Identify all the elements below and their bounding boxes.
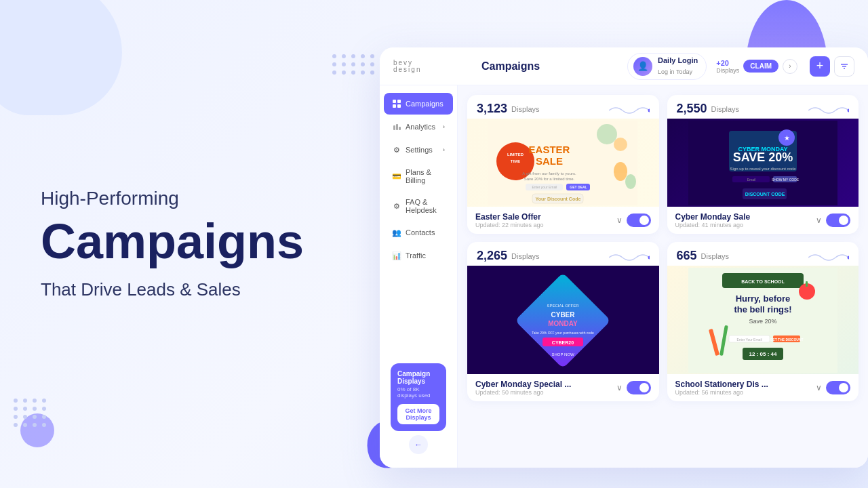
app-logo: bevy design [393,60,461,73]
hero-tagline: That Drive Leads & Sales [41,279,332,300]
campaign-card-school: 665 Displays BACK TO SCHOOL Hurry, be [667,242,859,401]
page-title: Campaigns [481,60,627,73]
cyber-sale-displays-text: Displays [711,105,740,113]
traffic-icon: 📊 [392,251,401,260]
svg-text:GET THE DISCOUNT: GET THE DISCOUNT [770,338,803,342]
svg-rect-4 [397,100,401,103]
contacts-icon: 👥 [392,228,401,237]
campaign-card-easter: 3,123 Displays [467,95,659,234]
cyber-special-chevron[interactable]: ∨ [616,383,623,392]
svg-text:TIME: TIME [511,159,520,163]
get-more-displays-button[interactable]: Get More Displays [397,404,439,424]
svg-text:SHOP NOW: SHOP NOW [552,352,575,357]
easter-card-updated: Updated: 22 minutes ago [475,222,616,228]
next-button[interactable]: › [783,59,797,74]
svg-point-27 [614,162,627,181]
svg-rect-7 [393,125,395,130]
card-header-cyber-special: 2,265 Displays [467,242,659,266]
svg-text:Your Discount Code: Your Discount Code [536,197,581,201]
cyber-special-name: Cyber Monday Special ... [475,380,616,389]
svg-rect-8 [396,124,398,130]
sidebar-item-faq[interactable]: ⚙ FAQ & Helpdesk [384,192,453,220]
svg-text:DISCOUNT CODE: DISCOUNT CODE [745,192,785,197]
decoration-dots-top [332,54,376,75]
campaign-displays-box: Campaign Displays 0% of 8K displays used… [391,363,446,431]
settings-icon: ⚙ [392,145,401,155]
svg-rect-3 [393,100,396,103]
svg-text:SHOW MY CODE: SHOW MY CODE [772,178,800,182]
add-campaign-button[interactable]: + [810,56,830,77]
cyber-sale-toggle[interactable] [826,214,850,227]
school-display-count: 665 [677,249,697,263]
svg-text:CYBER: CYBER [551,311,576,319]
svg-text:SALE: SALE [536,155,563,167]
hero-text-section: High-Performing Campaigns That Drive Lea… [41,188,332,300]
app-mockup: bevy design Campaigns 👤 Daily Login Log … [380,47,868,468]
svg-text:Enter Your Email: Enter Your Email [736,338,762,342]
school-updated: Updated: 56 minutes ago [675,389,816,396]
svg-text:SAVE 20%: SAVE 20% [732,150,793,164]
svg-rect-5 [393,104,396,108]
school-name: School Stationery Dis ... [675,380,816,389]
campaign-card-cyber-special: 2,265 Displays [467,242,659,401]
sidebar-collapse-button[interactable]: ← [409,435,428,454]
school-image: BACK TO SCHOOL Hurry, before the bell ri… [667,266,859,374]
school-toggle[interactable] [826,381,850,394]
school-chevron[interactable]: ∨ [816,383,822,392]
svg-text:★: ★ [783,134,789,142]
svg-text:Save 20% for a limited time.: Save 20% for a limited time. [524,177,575,181]
svg-text:the bell rings!: the bell rings! [734,304,791,314]
claim-button[interactable]: CLAIM [743,60,778,73]
svg-text:A gift from our family to your: A gift from our family to yours. [523,171,577,176]
cyber-special-toggle[interactable] [627,381,651,394]
sidebar-item-settings[interactable]: ⚙ Settings › [384,139,453,161]
cyber-sale-chevron[interactable]: ∨ [816,216,822,225]
card-footer-cyber-sale: Cyber Monday Sale Updated: 41 minutes ag… [667,207,859,234]
traffic-label: Traffic [406,251,426,260]
cyber-sale-updated: Updated: 41 minutes ago [675,222,816,228]
easter-chevron[interactable]: ∨ [616,216,623,225]
svg-text:12 : 05 : 44: 12 : 05 : 44 [749,351,776,357]
svg-text:LIMITED: LIMITED [507,152,524,157]
easter-wave [609,102,650,116]
card-header-school: 665 Displays [667,242,859,266]
hero-subtitle: High-Performing [41,188,332,209]
card-footer-easter: Easter Sale Offer Updated: 22 minutes ag… [467,207,659,234]
svg-text:Save 20%: Save 20% [749,318,776,325]
billing-icon: 💳 [392,171,401,181]
sidebar-item-contacts[interactable]: 👥 Contacts [384,222,453,243]
daily-login-badge[interactable]: 👤 Daily Login Log in Today [627,53,707,80]
sidebar-item-campaigns[interactable]: Campaigns [384,93,453,115]
contacts-label: Contacts [406,228,435,237]
easter-toggle[interactable] [627,214,651,227]
campaigns-grid: 3,123 Displays [458,85,868,468]
plus-displays: +20 [716,59,739,67]
hero-main-title: Campaigns [41,215,332,268]
settings-label: Settings [406,146,433,154]
svg-text:EASTER: EASTER [529,144,570,155]
claim-area: +20 Displays CLAIM › [716,59,803,74]
campaign-displays-sub: 0% of 8K displays used [397,386,439,399]
svg-rect-63 [806,281,808,287]
sidebar-item-traffic[interactable]: 📊 Traffic [384,245,453,266]
svg-text:GET DEAL: GET DEAL [570,185,587,189]
decoration-blob-left [0,0,122,115]
svg-text:MONDAY: MONDAY [548,320,578,327]
campaign-card-cyber-sale: 2,550 Displays ★ [667,95,859,234]
analytics-label: Analytics [406,123,435,131]
sidebar-item-billing[interactable]: 💳 Plans & Billing [384,162,453,190]
decoration-dots-bottom [14,399,47,427]
displays-label: Displays [716,67,739,74]
cyber-sale-display-count: 2,550 [677,102,707,116]
sidebar-item-analytics[interactable]: Analytics › [384,116,453,138]
svg-text:Email: Email [747,178,755,182]
svg-text:Take 20% OFF your purchases wi: Take 20% OFF your purchases with code [532,331,595,335]
svg-text:SPECIAL OFFER: SPECIAL OFFER [547,304,580,308]
cyber-special-count: 2,265 [477,249,507,263]
svg-text:Enter your Email: Enter your Email [532,185,557,189]
card-footer-school: School Stationery Dis ... Updated: 56 mi… [667,374,859,401]
faq-label: FAQ & Helpdesk [406,198,445,214]
campaign-displays-title: Campaign Displays [397,370,439,385]
daily-login-text: Daily Login Log in Today [658,56,698,77]
filter-button[interactable] [834,56,854,77]
